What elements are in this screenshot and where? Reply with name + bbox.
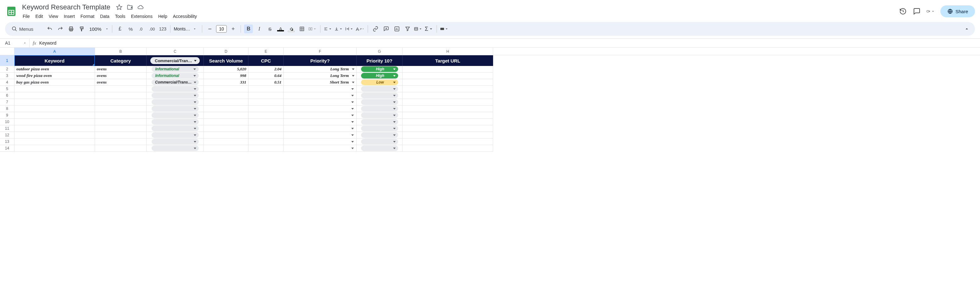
row-header-6[interactable]: 6	[0, 92, 14, 99]
cell[interactable]	[95, 112, 146, 119]
cell-priority-empty[interactable]	[284, 112, 356, 119]
merge-button[interactable]	[308, 24, 317, 33]
cell-priority-empty[interactable]	[284, 106, 356, 112]
redo-button[interactable]	[56, 24, 65, 33]
cell-intent-empty[interactable]	[146, 106, 204, 112]
cell[interactable]	[402, 132, 493, 138]
row-header-8[interactable]: 8	[0, 106, 14, 112]
menu-extensions[interactable]: Extensions	[128, 13, 155, 20]
cell-intent-empty[interactable]	[146, 119, 204, 125]
cell[interactable]	[95, 145, 146, 152]
cell[interactable]	[248, 145, 284, 152]
meet-button[interactable]	[926, 7, 935, 15]
row-header-14[interactable]: 14	[0, 145, 14, 152]
fill-color-button[interactable]	[287, 24, 296, 33]
cell-priority10-empty[interactable]	[356, 106, 402, 112]
cell[interactable]	[248, 119, 284, 125]
insert-comment-button[interactable]	[382, 24, 391, 33]
undo-button[interactable]	[45, 24, 54, 33]
cell-keyword[interactable]: buy gas pizza oven	[14, 79, 95, 86]
cell-B1[interactable]: Category	[95, 55, 146, 66]
cell[interactable]	[402, 92, 493, 99]
cell[interactable]	[402, 125, 493, 132]
cell-priority-empty[interactable]	[284, 145, 356, 152]
decrease-decimal-button[interactable]: .0	[137, 24, 146, 33]
cell[interactable]	[95, 132, 146, 138]
cell[interactable]	[402, 112, 493, 119]
cell-priority10-empty[interactable]	[356, 145, 402, 152]
cell-cpc[interactable]: 0.64	[248, 73, 284, 79]
cell-priority10-empty[interactable]	[356, 138, 402, 145]
cell[interactable]	[204, 132, 248, 138]
cell-priority10-empty[interactable]	[356, 86, 402, 92]
sheets-logo[interactable]	[5, 5, 18, 17]
increase-decimal-button[interactable]: .00	[148, 24, 156, 33]
cell[interactable]	[402, 145, 493, 152]
row-header-7[interactable]: 7	[0, 99, 14, 106]
cell-D1[interactable]: Search Volume	[204, 55, 248, 66]
col-header-H[interactable]: H	[402, 48, 493, 55]
v-align-button[interactable]	[334, 24, 343, 33]
cell[interactable]	[204, 106, 248, 112]
cell[interactable]	[204, 119, 248, 125]
cell-priority10[interactable]: Low	[356, 79, 402, 86]
cell[interactable]	[95, 86, 146, 92]
menu-file[interactable]: File	[20, 13, 32, 20]
print-button[interactable]	[67, 24, 75, 33]
cell-priority10[interactable]: High	[356, 73, 402, 79]
cell-intent-empty[interactable]	[146, 125, 204, 132]
wrap-button[interactable]	[345, 24, 354, 33]
cell[interactable]	[248, 138, 284, 145]
menu-help[interactable]: Help	[156, 13, 170, 20]
cell[interactable]	[204, 99, 248, 106]
menu-data[interactable]: Data	[97, 13, 112, 20]
comments-icon[interactable]	[913, 7, 921, 15]
cell-A1[interactable]: Keyword	[14, 55, 95, 66]
cell[interactable]	[248, 86, 284, 92]
cell-url[interactable]	[402, 66, 493, 73]
cell-H1[interactable]: Target URL	[402, 55, 493, 66]
cell[interactable]	[248, 112, 284, 119]
functions-button[interactable]: Σ	[425, 24, 433, 33]
cell-priority10-empty[interactable]	[356, 112, 402, 119]
cell-cpc[interactable]: 2.04	[248, 66, 284, 73]
col-header-G[interactable]: G	[356, 48, 402, 55]
cell-priority10[interactable]: High	[356, 66, 402, 73]
cell-F1[interactable]: Priority?	[284, 55, 356, 66]
cell-intent[interactable]: Commercial/Trans…	[146, 79, 204, 86]
cell-priority10-empty[interactable]	[356, 92, 402, 99]
insert-chart-button[interactable]	[393, 24, 401, 33]
star-icon[interactable]	[116, 4, 123, 10]
row-header-9[interactable]: 9	[0, 112, 14, 119]
cell[interactable]	[204, 145, 248, 152]
cell-keyword[interactable]: outdoor pizza oven	[14, 66, 95, 73]
row-header-2[interactable]: 2	[0, 66, 14, 73]
cell[interactable]	[14, 145, 95, 152]
col-header-D[interactable]: D	[204, 48, 248, 55]
cell-priority-empty[interactable]	[284, 125, 356, 132]
cell[interactable]	[402, 86, 493, 92]
rotate-button[interactable]: A↗	[356, 24, 364, 33]
row-header-13[interactable]: 13	[0, 138, 14, 145]
cell[interactable]	[248, 125, 284, 132]
keyboard-button[interactable]	[440, 24, 449, 33]
cell-priority10-empty[interactable]	[356, 99, 402, 106]
font-size-input[interactable]	[216, 25, 227, 33]
cell-priority-empty[interactable]	[284, 86, 356, 92]
strike-button[interactable]: S	[266, 24, 274, 33]
cell-keyword[interactable]: wood fire pizza oven	[14, 73, 95, 79]
row-header-4[interactable]: 4	[0, 79, 14, 86]
cell-priority[interactable]: Long Term	[284, 73, 356, 79]
cell-priority[interactable]: Short Term	[284, 79, 356, 86]
cell-intent-empty[interactable]	[146, 138, 204, 145]
row-header-11[interactable]: 11	[0, 125, 14, 132]
cell-intent-empty[interactable]	[146, 99, 204, 106]
cell[interactable]	[204, 125, 248, 132]
cell[interactable]	[14, 86, 95, 92]
cell[interactable]	[204, 112, 248, 119]
cell[interactable]	[14, 119, 95, 125]
table-view-button[interactable]	[414, 24, 423, 33]
menu-tools[interactable]: Tools	[113, 13, 128, 20]
cell[interactable]	[204, 92, 248, 99]
italic-button[interactable]: I	[255, 24, 264, 33]
